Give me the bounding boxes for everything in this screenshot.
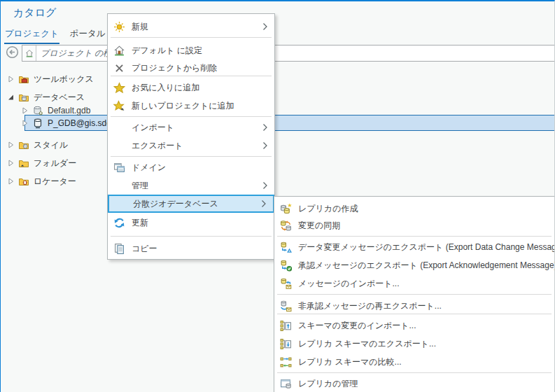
submenu-item-synchronize-changes[interactable]: 変更の同期	[274, 216, 554, 234]
submenu-item-manage-replicas[interactable]: レプリカの管理	[274, 374, 554, 392]
submenu-item-label: データ変更メッセージのエクスポート (Export Data Change Me…	[298, 241, 555, 253]
new-sun-icon	[113, 21, 125, 33]
toolbox-folder-icon	[18, 74, 29, 85]
menu-item-label: お気に入りに追加	[132, 82, 199, 94]
expand-expanded-icon[interactable]	[6, 93, 15, 102]
synchronize-changes-icon	[280, 220, 292, 232]
tree-item-label: ロケーター	[34, 176, 76, 188]
no-icon	[113, 122, 125, 134]
tree-item-folders[interactable]: フォルダー	[6, 155, 76, 172]
menu-item-label: 新規	[132, 21, 148, 33]
tree-item-styles[interactable]: スタイル	[6, 136, 68, 153]
import-message-icon	[280, 278, 292, 290]
menu-item-copy[interactable]: コピー	[108, 239, 274, 258]
no-icon	[113, 180, 125, 192]
tree-item-toolboxes[interactable]: ツールボックス	[6, 71, 94, 88]
home-icon	[24, 48, 34, 58]
menu-separator	[277, 294, 552, 295]
context-menu: 新規 デフォルト に設定 プロジェクトから削除 お気に入りに追加 新しいプロジェ…	[107, 13, 275, 260]
submenu-item-reexport-unacknowledged-messages[interactable]: 非承認メッセージの再エクスポート...	[274, 297, 554, 315]
menu-separator	[277, 236, 552, 237]
expand-collapsed-icon[interactable]	[6, 75, 15, 83]
submenu-item-label: レプリカの作成	[298, 203, 358, 215]
catalog-pane: カタログ プロジェクト ポータル コンピューター ツールボックス データベース …	[0, 0, 555, 392]
expand-collapsed-icon[interactable]	[6, 177, 15, 186]
menu-item-export[interactable]: エクスポート	[108, 136, 274, 155]
expand-collapsed-icon[interactable]	[20, 119, 29, 127]
submenu-item-label: レプリカ スキーマのエクスポート...	[298, 338, 436, 350]
tab-portal[interactable]: ポータル	[69, 27, 106, 44]
no-icon	[115, 198, 127, 210]
submenu-item-export-replica-schema[interactable]: レプリカ スキーマのエクスポート...	[274, 335, 554, 353]
manage-replicas-icon	[280, 378, 292, 390]
tree-item-label: フォルダー	[34, 158, 76, 169]
submenu-item-label: メッセージのインポート...	[298, 278, 400, 290]
tree-item-locators[interactable]: ロケーター	[6, 173, 76, 190]
menu-item-import[interactable]: インポート	[108, 118, 274, 136]
submenu-item-label: レプリカ スキーマの比較...	[298, 356, 402, 368]
locator-folder-icon	[18, 176, 29, 187]
tab-project[interactable]: プロジェクト	[4, 27, 59, 44]
submenu-item-compare-replica-schema[interactable]: レプリカ スキーマの比較...	[274, 353, 554, 371]
submenu-item-label: 非承認メッセージの再エクスポート...	[298, 300, 442, 312]
menu-separator	[277, 372, 552, 373]
submenu-item-create-replica[interactable]: レプリカの作成	[274, 200, 554, 218]
menu-item-refresh[interactable]: 更新	[108, 214, 274, 232]
search-box	[22, 45, 555, 62]
tree-item-pgdb-sde[interactable]: P_GDB@gis.sde	[20, 115, 111, 131]
tree-item-label: ツールボックス	[34, 74, 94, 85]
menu-separator	[111, 116, 272, 117]
tree-item-label: P_GDB@gis.sde	[48, 118, 111, 128]
menu-item-label: 管理	[132, 180, 148, 192]
submenu-item-label: 変更の同期	[298, 220, 340, 232]
menu-item-label: ドメイン	[132, 162, 166, 174]
chevron-right-icon	[262, 123, 268, 132]
menu-item-domains[interactable]: ドメイン	[108, 158, 274, 176]
expand-collapsed-icon[interactable]	[20, 106, 29, 115]
reexport-unacknowledged-icon	[280, 300, 292, 312]
menu-item-new[interactable]: 新規	[108, 18, 274, 36]
menu-item-distributed-geodatabase[interactable]: 分散ジオデータベース	[108, 195, 274, 213]
chevron-right-icon	[262, 141, 268, 150]
submenu-item-import-schema-changes[interactable]: スキーマの変更のインポート...	[274, 316, 554, 335]
refresh-icon	[113, 217, 125, 229]
domains-icon	[113, 162, 125, 174]
menu-item-remove-from-project[interactable]: プロジェクトから削除	[108, 59, 274, 77]
menu-item-label: プロジェクトから削除	[132, 62, 217, 74]
export-acknowledgement-icon	[280, 260, 292, 272]
back-button[interactable]	[6, 46, 19, 59]
menu-item-manage[interactable]: 管理	[108, 176, 274, 195]
submenu-item-export-data-change-message[interactable]: データ変更メッセージのエクスポート (Export Data Change Me…	[274, 238, 554, 256]
no-icon	[113, 140, 125, 152]
back-arrow-icon	[6, 46, 19, 59]
submenu-item-export-acknowledgement-message[interactable]: 承認メッセージのエクスポート (Export Acknowledgement M…	[274, 256, 554, 274]
distributed-geodatabase-submenu: レプリカの作成 変更の同期 データ変更メッセージのエクスポート (Export …	[274, 196, 555, 392]
folder-icon	[18, 158, 29, 169]
menu-item-label: デフォルト に設定	[132, 45, 202, 57]
search-home-button[interactable]	[22, 46, 36, 61]
tree-item-label: スタイル	[34, 139, 68, 151]
menu-item-label: インポート	[132, 122, 174, 134]
menu-separator	[111, 236, 272, 237]
menu-separator	[111, 37, 272, 38]
menu-item-add-to-new-project[interactable]: 新しいプロジェクトに追加	[108, 97, 274, 115]
import-schema-changes-icon	[280, 320, 292, 332]
add-to-new-project-star-icon	[113, 100, 125, 112]
database-folder-icon	[18, 92, 29, 103]
expand-collapsed-icon[interactable]	[6, 141, 15, 149]
set-default-home-icon	[113, 45, 125, 57]
copy-icon	[113, 243, 125, 255]
menu-separator	[111, 156, 272, 157]
submenu-item-label: 承認メッセージのエクスポート (Export Acknowledgement M…	[298, 260, 555, 272]
menu-item-add-to-favorites[interactable]: お気に入りに追加	[108, 78, 274, 97]
pane-title: カタログ	[13, 6, 56, 20]
chevron-right-icon	[262, 181, 268, 190]
create-replica-icon	[280, 203, 292, 215]
submenu-item-import-message[interactable]: メッセージのインポート...	[274, 274, 554, 293]
menu-item-set-as-default[interactable]: デフォルト に設定	[108, 41, 274, 59]
menu-item-label: エクスポート	[132, 140, 183, 152]
expand-collapsed-icon[interactable]	[6, 159, 15, 167]
export-replica-schema-icon	[280, 338, 292, 350]
chevron-right-icon	[262, 22, 268, 31]
chevron-right-icon	[261, 200, 267, 208]
